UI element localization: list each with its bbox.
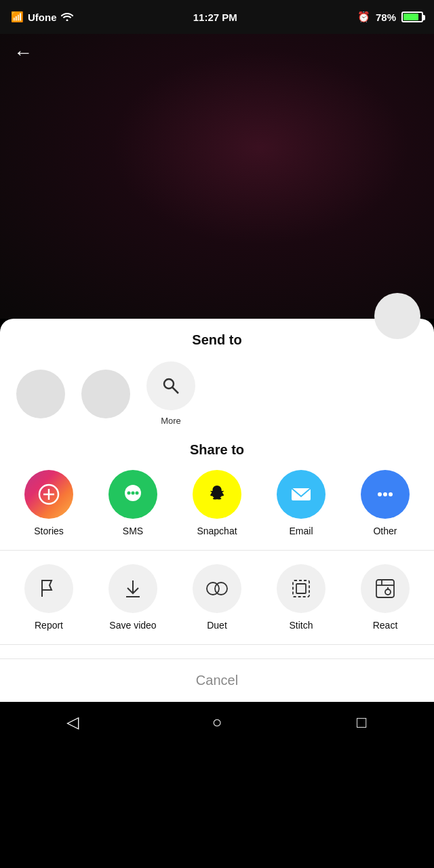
share-other[interactable]: Other: [351, 470, 419, 536]
svg-rect-18: [293, 580, 309, 597]
save-video-label: Save video: [109, 620, 156, 631]
more-label: More: [161, 416, 181, 426]
react-label: React: [373, 620, 398, 631]
svg-point-17: [215, 583, 227, 595]
report-icon: [24, 564, 73, 613]
divider-2: [0, 644, 434, 645]
duet-icon: [193, 564, 241, 613]
video-area: ←: [0, 34, 434, 319]
alarm-icon: ⏰: [357, 11, 370, 23]
svg-line-1: [173, 388, 179, 394]
snapchat-icon: [193, 470, 241, 519]
nav-back-button[interactable]: ◁: [52, 702, 93, 743]
send-to-row: More: [0, 361, 434, 439]
share-snapchat[interactable]: Snapchat: [183, 470, 251, 536]
sms-icon: [108, 470, 157, 519]
contact-item-1: [14, 370, 68, 418]
stitch-label: Stitch: [289, 620, 313, 631]
sms-label: SMS: [123, 526, 143, 536]
svg-point-8: [136, 492, 139, 495]
share-email[interactable]: Email: [267, 470, 335, 536]
contact-item-2: [79, 370, 133, 418]
stitch-icon: [277, 564, 326, 613]
wifi-icon: [61, 12, 73, 23]
actions-row: Report Save video Duet: [0, 564, 434, 644]
divider-1: [0, 550, 434, 551]
status-bar: 📶 Ufone 11:27 PM ⏰ 78%: [0, 0, 434, 34]
svg-point-10: [378, 492, 382, 496]
report-label: Report: [35, 620, 63, 631]
svg-point-0: [164, 379, 174, 389]
share-stories[interactable]: Stories: [15, 470, 83, 536]
contact-avatar-2: [81, 370, 130, 418]
save-video-icon: [108, 564, 157, 613]
status-right: ⏰ 78%: [357, 11, 423, 23]
cancel-label: Cancel: [196, 673, 238, 688]
more-item[interactable]: More: [144, 361, 198, 426]
stories-icon: [24, 470, 73, 519]
back-button[interactable]: ←: [14, 42, 33, 64]
send-to-title: Send to: [0, 332, 434, 348]
battery-icon: [401, 12, 423, 22]
carrier-name: Ufone: [28, 12, 57, 23]
status-left: 📶 Ufone: [11, 11, 73, 23]
svg-point-12: [389, 492, 393, 496]
action-stitch[interactable]: Stitch: [267, 564, 335, 631]
search-icon: [160, 375, 182, 397]
email-icon: [277, 470, 326, 519]
svg-point-23: [385, 589, 391, 595]
svg-rect-20: [376, 580, 394, 597]
bottom-sheet: Send to More Share to: [0, 319, 434, 702]
share-sms[interactable]: SMS: [99, 470, 167, 536]
action-save-video[interactable]: Save video: [99, 564, 167, 631]
more-search-circle[interactable]: [146, 361, 195, 410]
stories-label: Stories: [34, 526, 64, 536]
floating-avatar: [374, 293, 420, 339]
nav-home-button[interactable]: ○: [197, 702, 237, 743]
action-report[interactable]: Report: [15, 564, 83, 631]
svg-point-7: [132, 492, 135, 495]
duet-label: Duet: [207, 620, 227, 631]
signal-icon: 📶: [11, 11, 24, 23]
share-to-title: Share to: [0, 442, 434, 458]
action-duet[interactable]: Duet: [183, 564, 251, 631]
svg-point-6: [127, 492, 131, 495]
action-react[interactable]: React: [351, 564, 419, 631]
nav-recents-button[interactable]: □: [341, 702, 382, 743]
other-icon: [361, 470, 410, 519]
snapchat-label: Snapchat: [197, 526, 237, 536]
svg-point-11: [383, 492, 387, 496]
battery-percent: 78%: [376, 12, 396, 23]
contact-avatar-1: [16, 370, 65, 418]
navigation-bar: ◁ ○ □: [0, 702, 434, 743]
svg-rect-19: [296, 584, 306, 593]
other-label: Other: [373, 526, 397, 536]
cancel-button[interactable]: Cancel: [0, 658, 434, 702]
share-to-row: Stories SMS Snapchat: [0, 470, 434, 550]
email-label: Email: [289, 526, 313, 536]
react-icon: [361, 564, 410, 613]
current-time: 11:27 PM: [193, 12, 237, 23]
